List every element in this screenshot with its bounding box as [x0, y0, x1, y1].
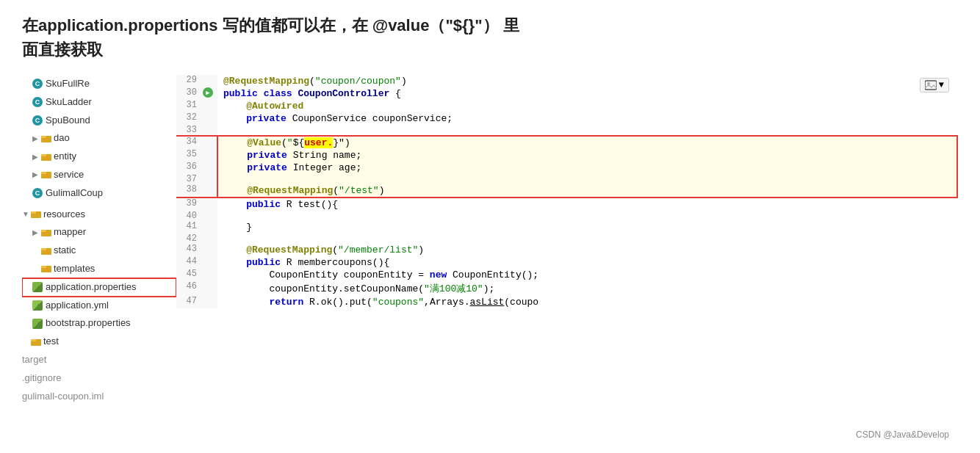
tree-label: .gitignore — [22, 371, 61, 386]
class-icon: C — [32, 79, 43, 89]
tree-item-gitignore[interactable]: .gitignore — [22, 369, 176, 388]
svg-rect-15 — [31, 339, 36, 341]
run-icon[interactable]: ▶ — [203, 87, 213, 98]
main-content: C SkuFullRe C SkuLadder C SpuBound ▶ dao… — [22, 75, 958, 446]
tree-label: gulimall-coupon.iml — [22, 389, 104, 405]
tree-item-iml[interactable]: gulimall-coupon.iml — [22, 388, 176, 406]
line-gutter — [203, 136, 217, 149]
tree-label: target — [22, 352, 46, 368]
tree-item-static[interactable]: static — [22, 242, 176, 260]
svg-rect-7 — [31, 211, 36, 214]
tree-item-mapper[interactable]: ▶ mapper — [22, 223, 176, 242]
code-line-30: 30 ▶ public class CouponController { — [176, 87, 957, 100]
line-number: 34 — [176, 136, 203, 149]
tree-item-application-yml[interactable]: application.yml — [22, 297, 176, 315]
line-content: private Integer age; — [217, 162, 957, 174]
code-line-31: 31 @Autowired — [176, 100, 957, 112]
tree-label: test — [43, 334, 59, 349]
line-gutter — [203, 296, 217, 308]
tree-label: bootstrap.properties — [46, 316, 131, 331]
line-content: couponEntity.setCouponName("满100减10"); — [217, 281, 957, 296]
line-number: 32 — [176, 112, 203, 125]
yml-icon — [32, 300, 43, 311]
tree-item-dao[interactable]: ▶ dao — [22, 129, 176, 148]
line-content: CouponEntity couponEntity = new CouponEn… — [217, 269, 957, 281]
line-gutter — [203, 162, 217, 174]
line-content: private String name; — [217, 149, 957, 162]
line-number: 38 — [176, 184, 203, 197]
line-number: 39 — [176, 197, 203, 211]
tree-item-service[interactable]: ▶ service — [22, 166, 176, 184]
tree-item-templates[interactable]: templates — [22, 260, 176, 278]
line-gutter — [203, 184, 217, 197]
image-button[interactable]: ▼ — [920, 78, 949, 93]
line-content — [217, 211, 957, 221]
line-number: 45 — [176, 269, 203, 281]
line-gutter — [203, 221, 217, 233]
code-line-46: 46 couponEntity.setCouponName("满100减10")… — [176, 281, 957, 296]
code-toolbar: ▼ — [920, 78, 949, 93]
tree-label: entity — [54, 149, 76, 164]
tree-item-application-props[interactable]: application.properties — [22, 278, 176, 297]
line-gutter — [203, 149, 217, 162]
tree-label: resources — [43, 207, 85, 222]
arrow-icon: ▼ — [22, 209, 29, 220]
tree-item-spu-bound[interactable]: C SpuBound — [22, 112, 176, 130]
line-gutter — [203, 211, 217, 221]
svg-rect-3 — [41, 154, 46, 156]
tree-item-sku-full[interactable]: C SkuFullRe — [22, 75, 176, 93]
line-gutter — [203, 233, 217, 244]
folder-icon — [31, 209, 41, 220]
folder-icon — [41, 264, 51, 274]
svg-rect-1 — [41, 136, 46, 138]
tree-item-resources[interactable]: ▼ resources — [22, 206, 176, 224]
tree-item-bootstrap-props[interactable]: bootstrap.properties — [22, 314, 176, 333]
line-number: 35 — [176, 149, 203, 162]
class-icon: C — [32, 97, 43, 107]
line-gutter — [203, 256, 217, 269]
arrow-icon: ▶ — [32, 169, 40, 181]
folder-icon — [41, 170, 51, 180]
code-table: 29 @RequestMapping("coupon/coupon") 30 ▶… — [176, 75, 958, 308]
arrow-icon: ▶ — [32, 151, 40, 163]
line-gutter — [203, 100, 217, 112]
line-content: public R membercoupons(){ — [217, 256, 957, 269]
code-line-44: 44 public R membercoupons(){ — [176, 256, 957, 269]
line-number: 37 — [176, 174, 203, 184]
line-content: @RequestMapping("/member/list") — [217, 244, 957, 256]
code-line-43: 43 @RequestMapping("/member/list") — [176, 244, 957, 256]
line-gutter — [203, 197, 217, 211]
line-number: 29 — [176, 75, 203, 87]
props-icon — [32, 319, 43, 329]
code-line-47: 47 return R.ok().put("coupons",Arrays.as… — [176, 296, 957, 308]
title-area: 在application.propertions 写的值都可以在，在 @valu… — [22, 13, 958, 62]
props-icon — [32, 282, 43, 292]
svg-rect-11 — [41, 248, 46, 250]
tree-label: application.properties — [46, 280, 137, 295]
line-gutter: ▶ — [203, 87, 217, 100]
tree-item-sku-ladder[interactable]: C SkuLadder — [22, 93, 176, 112]
tree-label: static — [54, 243, 76, 258]
tree-item-entity[interactable]: ▶ entity — [22, 148, 176, 166]
tree-label: application.yml — [46, 298, 109, 314]
svg-rect-16 — [925, 81, 937, 90]
line-content: @Value("${user.}") — [217, 136, 957, 149]
line-gutter — [203, 174, 217, 184]
folder-icon — [41, 134, 51, 144]
class-icon: C — [32, 115, 43, 126]
page-container: 在application.propertions 写的值都可以在，在 @valu… — [0, 0, 980, 453]
tree-label: mapper — [54, 225, 86, 240]
line-content: return R.ok().put("coupons",Arrays.asLis… — [217, 296, 957, 308]
tree-item-gulimall[interactable]: C GulimallCoup — [22, 184, 176, 203]
tree-item-target[interactable]: target — [22, 351, 176, 369]
file-tree: C SkuFullRe C SkuLadder C SpuBound ▶ dao… — [22, 75, 176, 446]
folder-icon — [41, 246, 51, 256]
line-gutter — [203, 112, 217, 125]
code-line-34: 34 @Value("${user.}") — [176, 136, 957, 149]
tree-label: SkuLadder — [46, 95, 92, 110]
tree-item-test[interactable]: test — [22, 333, 176, 351]
line-gutter — [203, 75, 217, 87]
tree-label: SkuFullRe — [46, 76, 90, 92]
arrow-icon: ▶ — [32, 133, 40, 145]
code-panel: ▼ 29 @RequestMapping("coupon/coupon") — [176, 75, 958, 446]
